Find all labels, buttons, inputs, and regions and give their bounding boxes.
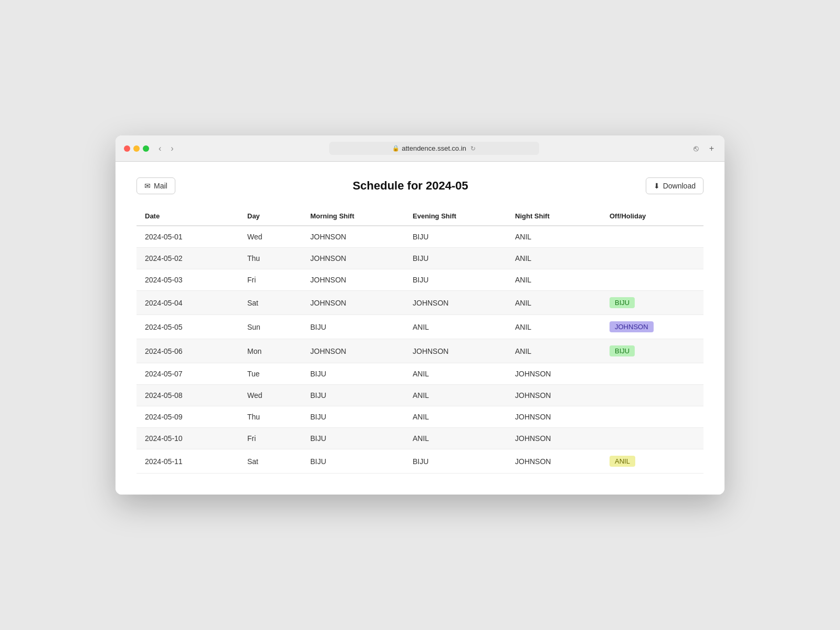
mail-button[interactable]: ✉ Mail	[136, 177, 175, 194]
traffic-lights	[124, 145, 149, 152]
off-badge: BIJU	[610, 297, 635, 308]
table-row: 2024-05-04SatJOHNSONJOHNSONANILBIJU	[136, 291, 704, 315]
header-off: Off/Holiday	[601, 207, 704, 226]
fullscreen-button[interactable]	[143, 145, 149, 152]
cell-morning: BIJU	[302, 449, 404, 474]
minimize-button[interactable]	[133, 145, 140, 152]
cell-day: Thu	[239, 248, 302, 269]
new-tab-button[interactable]: +	[707, 143, 716, 154]
page-header: ✉ Mail Schedule for 2024-05 ⬇ Download	[136, 177, 704, 194]
cell-night: ANIL	[507, 248, 601, 269]
download-button[interactable]: ⬇ Download	[646, 177, 704, 194]
cell-date: 2024-05-07	[136, 363, 239, 385]
header-date: Date	[136, 207, 239, 226]
cell-date: 2024-05-04	[136, 291, 239, 315]
cell-night: JOHNSON	[507, 449, 601, 474]
cell-night: JOHNSON	[507, 406, 601, 428]
header-morning: Morning Shift	[302, 207, 404, 226]
table-row: 2024-05-05SunBIJUANILANILJOHNSON	[136, 315, 704, 339]
table-row: 2024-05-10FriBIJUANILJOHNSON	[136, 428, 704, 449]
cell-evening: BIJU	[404, 226, 507, 248]
header-evening: Evening Shift	[404, 207, 507, 226]
share-button[interactable]: ⎋	[691, 143, 701, 154]
back-button[interactable]: ‹	[155, 143, 164, 154]
cell-night: JOHNSON	[507, 363, 601, 385]
cell-off	[601, 269, 704, 291]
off-badge: JOHNSON	[610, 321, 654, 332]
address-bar[interactable]: 🔒 attendence.sset.co.in ↻	[329, 142, 539, 155]
cell-morning: BIJU	[302, 385, 404, 406]
cell-off	[601, 226, 704, 248]
cell-date: 2024-05-05	[136, 315, 239, 339]
cell-evening: BIJU	[404, 269, 507, 291]
cell-night: ANIL	[507, 291, 601, 315]
cell-evening: ANIL	[404, 428, 507, 449]
cell-morning: JOHNSON	[302, 269, 404, 291]
cell-evening: BIJU	[404, 248, 507, 269]
cell-off	[601, 248, 704, 269]
header-night: Night Shift	[507, 207, 601, 226]
cell-evening: BIJU	[404, 449, 507, 474]
cell-morning: JOHNSON	[302, 291, 404, 315]
download-button-label: Download	[663, 182, 696, 190]
cell-night: ANIL	[507, 269, 601, 291]
header-day: Day	[239, 207, 302, 226]
table-row: 2024-05-09ThuBIJUANILJOHNSON	[136, 406, 704, 428]
cell-morning: BIJU	[302, 363, 404, 385]
forward-button[interactable]: ›	[167, 143, 176, 154]
cell-evening: ANIL	[404, 363, 507, 385]
cell-date: 2024-05-03	[136, 269, 239, 291]
cell-day: Thu	[239, 406, 302, 428]
cell-date: 2024-05-01	[136, 226, 239, 248]
mail-button-label: Mail	[154, 182, 167, 190]
off-badge: BIJU	[610, 345, 635, 356]
cell-night: ANIL	[507, 315, 601, 339]
table-row: 2024-05-11SatBIJUBIJUJOHNSONANIL	[136, 449, 704, 474]
cell-evening: ANIL	[404, 385, 507, 406]
off-badge: ANIL	[610, 456, 635, 467]
url-text: attendence.sset.co.in	[402, 144, 466, 152]
cell-off	[601, 385, 704, 406]
browser-chrome: ‹ › 🔒 attendence.sset.co.in ↻ ⎋ +	[116, 135, 724, 162]
cell-off: ANIL	[601, 449, 704, 474]
cell-day: Wed	[239, 226, 302, 248]
cell-morning: BIJU	[302, 315, 404, 339]
cell-evening: ANIL	[404, 315, 507, 339]
cell-date: 2024-05-02	[136, 248, 239, 269]
browser-window: ‹ › 🔒 attendence.sset.co.in ↻ ⎋ + ✉ Mail…	[116, 135, 724, 495]
cell-night: ANIL	[507, 339, 601, 363]
cell-day: Sun	[239, 315, 302, 339]
download-icon: ⬇	[654, 182, 660, 190]
table-header-row: Date Day Morning Shift Evening Shift Nig…	[136, 207, 704, 226]
cell-date: 2024-05-11	[136, 449, 239, 474]
cell-morning: BIJU	[302, 406, 404, 428]
cell-date: 2024-05-10	[136, 428, 239, 449]
browser-actions: ⎋ +	[691, 143, 716, 154]
page-content: ✉ Mail Schedule for 2024-05 ⬇ Download D…	[116, 162, 724, 495]
table-row: 2024-05-08WedBIJUANILJOHNSON	[136, 385, 704, 406]
close-button[interactable]	[124, 145, 130, 152]
cell-day: Fri	[239, 428, 302, 449]
nav-buttons: ‹ ›	[155, 143, 177, 154]
cell-date: 2024-05-09	[136, 406, 239, 428]
cell-day: Wed	[239, 385, 302, 406]
cell-day: Fri	[239, 269, 302, 291]
cell-evening: JOHNSON	[404, 339, 507, 363]
cell-off	[601, 363, 704, 385]
cell-off	[601, 406, 704, 428]
cell-morning: JOHNSON	[302, 226, 404, 248]
cell-morning: BIJU	[302, 428, 404, 449]
table-row: 2024-05-03FriJOHNSONBIJUANIL	[136, 269, 704, 291]
address-bar-wrap: 🔒 attendence.sset.co.in ↻	[183, 142, 685, 155]
cell-day: Sat	[239, 449, 302, 474]
cell-night: JOHNSON	[507, 428, 601, 449]
cell-night: ANIL	[507, 226, 601, 248]
table-row: 2024-05-02ThuJOHNSONBIJUANIL	[136, 248, 704, 269]
cell-evening: ANIL	[404, 406, 507, 428]
cell-date: 2024-05-08	[136, 385, 239, 406]
cell-morning: JOHNSON	[302, 248, 404, 269]
lock-icon: 🔒	[392, 145, 400, 152]
cell-day: Sat	[239, 291, 302, 315]
reload-icon[interactable]: ↻	[470, 145, 476, 152]
cell-night: JOHNSON	[507, 385, 601, 406]
